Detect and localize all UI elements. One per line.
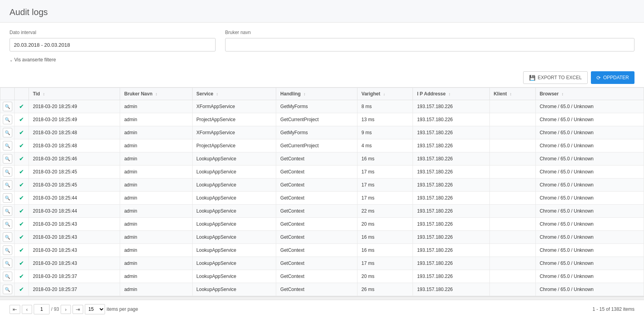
row-search-icon[interactable]: 🔍: [3, 219, 12, 229]
row-search-icon[interactable]: 🔍: [3, 193, 12, 203]
cell-ip: 193.157.180.226: [413, 283, 489, 296]
cell-bruker: admin: [120, 152, 192, 165]
cell-klient: [489, 152, 535, 165]
advanced-toggle[interactable]: ⌄ Vis avanserte filtere: [10, 55, 56, 64]
cell-handling: GetContext: [276, 179, 357, 192]
row-status-cell: ✔: [15, 100, 29, 113]
col-browser[interactable]: Browser ↕: [535, 88, 644, 100]
sort-arrow-handling: ↕: [304, 92, 306, 96]
cell-tid: 2018-03-20 18:25:45: [29, 165, 120, 179]
cell-handling: GetContext: [276, 231, 357, 244]
cell-ip: 193.157.180.226: [413, 244, 489, 257]
col-bruker-navn[interactable]: Bruker Navn ↕: [120, 88, 192, 100]
cell-service: ProjectAppService: [192, 113, 276, 126]
row-search-icon[interactable]: 🔍: [3, 102, 12, 111]
filters-row: Dato interval Bruker navn: [10, 30, 634, 51]
row-action-cell: 🔍: [0, 244, 15, 257]
filters-section: Dato interval Bruker navn ⌄ Vis avansert…: [0, 23, 644, 68]
row-status-cell: ✔: [15, 152, 29, 165]
cell-browser: Chrome / 65.0 / Unknown: [535, 113, 644, 126]
per-page-select[interactable]: 15 25 50 100: [85, 304, 105, 314]
cell-tid: 2018-03-20 18:25:49: [29, 100, 120, 113]
table-row: 🔍✔2018-03-20 18:25:43adminLookupAppServi…: [0, 257, 644, 270]
row-action-cell: 🔍: [0, 139, 15, 152]
table-row: 🔍✔2018-03-20 18:25:46adminLookupAppServi…: [0, 152, 644, 165]
row-search-icon[interactable]: 🔍: [3, 206, 12, 216]
status-ok-icon: ✔: [19, 234, 24, 241]
cell-klient: [489, 244, 535, 257]
row-search-icon[interactable]: 🔍: [3, 245, 12, 255]
cell-ip: 193.157.180.226: [413, 205, 489, 218]
refresh-button[interactable]: ⟳ OPPDATER: [591, 71, 634, 84]
cell-service: LookupAppService: [192, 231, 276, 244]
cell-tid: 2018-03-20 18:25:49: [29, 113, 120, 126]
col-varighet[interactable]: Varighet ↓: [357, 88, 413, 100]
row-action-cell: 🔍: [0, 179, 15, 192]
status-ok-icon: ✔: [19, 247, 24, 254]
col-handling[interactable]: Handling ↕: [276, 88, 357, 100]
cell-bruker: admin: [120, 179, 192, 192]
last-page-button[interactable]: ⇥: [73, 305, 83, 314]
cell-ip: 193.157.180.226: [413, 231, 489, 244]
next-page-button[interactable]: ›: [61, 305, 71, 314]
row-search-icon[interactable]: 🔍: [3, 180, 12, 190]
bruker-input[interactable]: [225, 38, 634, 51]
row-action-cell: 🔍: [0, 113, 15, 126]
sort-arrow-bruker: ↕: [155, 92, 157, 96]
col-klient[interactable]: Klient ↕: [489, 88, 535, 100]
row-search-icon[interactable]: 🔍: [3, 167, 12, 177]
table-row: 🔍✔2018-03-20 18:25:43adminLookupAppServi…: [0, 244, 644, 257]
first-page-button[interactable]: ⇤: [10, 305, 20, 314]
row-search-icon[interactable]: 🔍: [3, 259, 12, 268]
cell-bruker: admin: [120, 244, 192, 257]
cell-service: LookupAppService: [192, 192, 276, 205]
cell-browser: Chrome / 65.0 / Unknown: [535, 257, 644, 270]
cell-handling: GetContext: [276, 270, 357, 283]
cell-klient: [489, 218, 535, 231]
row-action-cell: 🔍: [0, 192, 15, 205]
col-icon: [0, 88, 15, 100]
cell-bruker: admin: [120, 100, 192, 113]
cell-handling: GetMyForms: [276, 126, 357, 139]
cell-ip: 193.157.180.226: [413, 113, 489, 126]
cell-ip: 193.157.180.226: [413, 139, 489, 152]
row-search-icon[interactable]: 🔍: [3, 115, 12, 124]
row-status-cell: ✔: [15, 205, 29, 218]
cell-tid: 2018-03-20 18:25:45: [29, 179, 120, 192]
cell-browser: Chrome / 65.0 / Unknown: [535, 165, 644, 179]
prev-page-button[interactable]: ‹: [22, 305, 32, 314]
cell-browser: Chrome / 65.0 / Unknown: [535, 283, 644, 296]
dato-input[interactable]: [10, 38, 216, 51]
cell-klient: [489, 126, 535, 139]
row-status-cell: ✔: [15, 139, 29, 152]
cell-ip: 193.157.180.226: [413, 192, 489, 205]
cell-ip: 193.157.180.226: [413, 126, 489, 139]
col-ip[interactable]: I P Addresse ↕: [413, 88, 489, 100]
row-search-icon[interactable]: 🔍: [3, 128, 12, 137]
col-service[interactable]: Service ↕: [192, 88, 276, 100]
row-search-icon[interactable]: 🔍: [3, 141, 12, 150]
row-search-icon[interactable]: 🔍: [3, 272, 12, 281]
row-search-icon[interactable]: 🔍: [3, 285, 12, 294]
row-search-icon[interactable]: 🔍: [3, 154, 12, 164]
export-button[interactable]: 💾 EXPORT TO EXCEL: [523, 71, 588, 84]
dato-label: Dato interval: [10, 30, 216, 35]
row-search-icon[interactable]: 🔍: [3, 232, 12, 242]
table-body: 🔍✔2018-03-20 18:25:49adminXFormAppServic…: [0, 100, 644, 296]
cell-varighet: 22 ms: [357, 205, 413, 218]
cell-klient: [489, 139, 535, 152]
cell-ip: 193.157.180.226: [413, 257, 489, 270]
cell-browser: Chrome / 65.0 / Unknown: [535, 179, 644, 192]
cell-browser: Chrome / 65.0 / Unknown: [535, 218, 644, 231]
row-status-cell: ✔: [15, 113, 29, 126]
cell-service: LookupAppService: [192, 218, 276, 231]
cell-tid: 2018-03-20 18:25:43: [29, 257, 120, 270]
col-tid[interactable]: Tid ↕: [29, 88, 120, 100]
page-number-input[interactable]: [34, 304, 50, 314]
cell-klient: [489, 231, 535, 244]
cell-handling: GetContext: [276, 205, 357, 218]
cell-handling: GetContext: [276, 165, 357, 179]
page-wrapper: Audit logs Dato interval Bruker navn ⌄ V…: [0, 0, 644, 329]
cell-klient: [489, 113, 535, 126]
row-action-cell: 🔍: [0, 270, 15, 283]
